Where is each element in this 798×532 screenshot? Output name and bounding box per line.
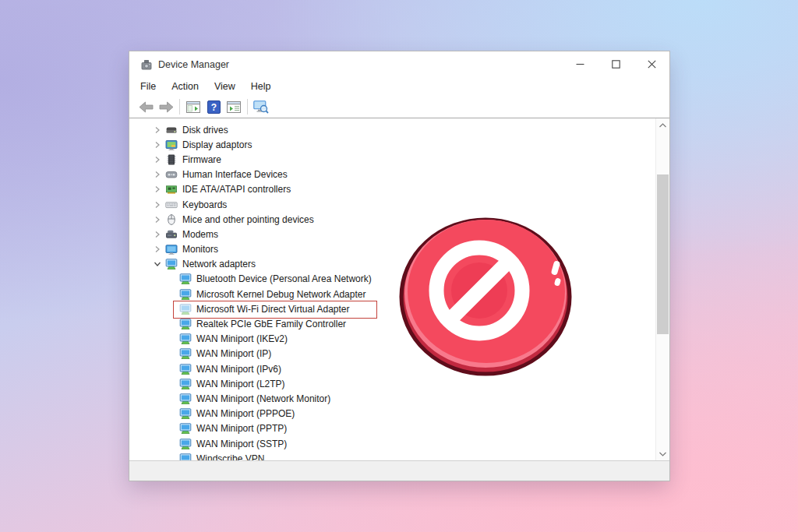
- mouse-icon: [165, 213, 178, 226]
- prohibition-sign-icon: [397, 216, 574, 380]
- chevron-right-icon[interactable]: [151, 124, 164, 136]
- tree-item[interactable]: WAN Miniport (IKEv2): [129, 332, 655, 347]
- chevron-right-icon[interactable]: [151, 228, 164, 241]
- menu-bar: File Action View Help: [129, 77, 669, 96]
- tree-item-label: Disk drives: [182, 125, 228, 136]
- toolbar-separator: [179, 99, 180, 115]
- tree-item-label: IDE ATA/ATAPI controllers: [182, 184, 291, 195]
- tree-item[interactable]: Disk drives: [129, 122, 655, 137]
- modem-icon: [165, 228, 178, 241]
- tree-item[interactable]: Network adapters: [129, 257, 655, 272]
- network-icon: [179, 438, 192, 450]
- toolbar: ?: [129, 96, 669, 118]
- tree-item[interactable]: Firmware: [129, 152, 655, 167]
- chevron-right-icon[interactable]: [151, 243, 164, 255]
- keyboard-icon: [165, 199, 178, 211]
- tree-item[interactable]: WAN Miniport (SSTP): [129, 436, 655, 451]
- tree-item[interactable]: Display adaptors: [129, 137, 655, 152]
- network-icon: [179, 347, 192, 360]
- chevron-right-icon[interactable]: [151, 168, 164, 181]
- display-icon: [165, 139, 178, 151]
- network-icon: [165, 258, 178, 270]
- tree-item[interactable]: WAN Miniport (IPv6): [129, 361, 655, 376]
- maximize-button[interactable]: [598, 51, 634, 77]
- title-bar[interactable]: Device Manager: [129, 51, 669, 77]
- tree-item[interactable]: WAN Miniport (L2TP): [129, 376, 655, 391]
- ide-icon: [165, 183, 178, 196]
- network-icon: [179, 318, 192, 330]
- desktop-background: { "window": { "title": "Device Manager",…: [0, 0, 798, 532]
- network-icon: [179, 378, 192, 390]
- tree-item[interactable]: Keyboards: [129, 197, 655, 212]
- tree-item-label: WAN Miniport (SSTP): [196, 439, 287, 449]
- tree-item[interactable]: WAN Miniport (PPPOE): [129, 407, 655, 421]
- back-icon[interactable]: [136, 97, 156, 116]
- tree-item[interactable]: Monitors: [129, 242, 655, 257]
- tree-item-label: Windscribe VPN: [196, 453, 264, 460]
- chevron-right-icon[interactable]: [151, 153, 164, 166]
- scrollbar-thumb[interactable]: [657, 174, 669, 334]
- tree-item[interactable]: IDE ATA/ATAPI controllers: [129, 182, 655, 197]
- scroll-down-icon[interactable]: [656, 447, 669, 460]
- tree-item[interactable]: WAN Miniport (PPTP): [129, 421, 655, 436]
- menu-help[interactable]: Help: [243, 79, 279, 94]
- menu-file[interactable]: File: [132, 79, 164, 94]
- tree-item[interactable]: Modems: [129, 227, 655, 241]
- network-icon: [179, 422, 192, 435]
- tree-item-label: Modems: [182, 229, 218, 240]
- tree-item-label: Keyboards: [182, 199, 227, 210]
- device-manager-icon: [140, 58, 153, 71]
- tree-item-label: WAN Miniport (PPTP): [196, 423, 287, 434]
- tree-item-label: WAN Miniport (PPPOE): [196, 408, 295, 419]
- disk-icon: [165, 124, 178, 136]
- help-icon[interactable]: ?: [203, 97, 224, 116]
- tree-item-label: Realtek PCIe GbE Family Controller: [196, 319, 346, 329]
- tree-item[interactable]: Microsoft Wi-Fi Direct Virtual Adapter: [129, 301, 655, 316]
- tree-item-label: Display adaptors: [182, 139, 252, 150]
- tree-item[interactable]: Microsoft Kernel Debug Network Adapter: [129, 287, 655, 301]
- tree-item[interactable]: Realtek PCIe GbE Family Controller: [129, 316, 655, 331]
- network-icon: [179, 333, 192, 345]
- chevron-down-icon[interactable]: [151, 258, 164, 270]
- vertical-scrollbar[interactable]: [655, 118, 669, 460]
- tree-item[interactable]: Bluetooth Device (Personal Area Network): [129, 272, 655, 287]
- tree-item-label: Network adapters: [182, 259, 256, 270]
- chevron-right-icon[interactable]: [151, 139, 164, 151]
- tree-item-label: Human Interface Devices: [182, 169, 288, 180]
- svg-text:?: ?: [210, 101, 216, 112]
- firmware-icon: [165, 153, 178, 166]
- tree-item[interactable]: Human Interface Devices: [129, 167, 655, 182]
- forward-icon[interactable]: [156, 97, 176, 116]
- tree-item-label: Mice and other pointing devices: [182, 214, 314, 225]
- chevron-right-icon[interactable]: [151, 183, 164, 196]
- tree-item-label: WAN Miniport (IP): [196, 348, 271, 359]
- properties-icon[interactable]: [224, 97, 244, 116]
- network-icon: [179, 393, 192, 405]
- scan-for-hardware-changes-icon[interactable]: [251, 97, 271, 116]
- tree-item[interactable]: WAN Miniport (IP): [129, 347, 655, 361]
- menu-view[interactable]: View: [207, 79, 243, 94]
- minimize-button[interactable]: [562, 51, 598, 77]
- tree-item-label: Firmware: [182, 154, 221, 165]
- tree-item[interactable]: Mice and other pointing devices: [129, 212, 655, 227]
- hid-icon: [165, 168, 178, 181]
- tree-item-label: WAN Miniport (Network Monitor): [196, 393, 330, 404]
- tree-item-label: Microsoft Wi-Fi Direct Virtual Adapter: [196, 304, 350, 315]
- show-hide-console-tree-icon[interactable]: [183, 97, 203, 116]
- tree-item-label: WAN Miniport (L2TP): [196, 379, 285, 389]
- network-icon: [179, 363, 192, 375]
- tree-item[interactable]: Windscribe VPN: [129, 451, 655, 460]
- network-icon: [179, 303, 192, 315]
- network-icon: [179, 288, 192, 301]
- tree-item-label: Monitors: [182, 244, 218, 255]
- tree-item-label: Microsoft Kernel Debug Network Adapter: [196, 289, 365, 300]
- close-button[interactable]: [634, 51, 669, 77]
- scroll-up-icon[interactable]: [656, 118, 669, 132]
- menu-action[interactable]: Action: [164, 79, 207, 94]
- monitor-icon: [165, 243, 178, 255]
- tree-item[interactable]: WAN Miniport (Network Monitor): [129, 391, 655, 406]
- chevron-right-icon[interactable]: [151, 199, 164, 211]
- tree-item-label: WAN Miniport (IKEv2): [196, 333, 288, 344]
- chevron-right-icon[interactable]: [151, 213, 164, 226]
- tree-item-label: Bluetooth Device (Personal Area Network): [196, 273, 372, 284]
